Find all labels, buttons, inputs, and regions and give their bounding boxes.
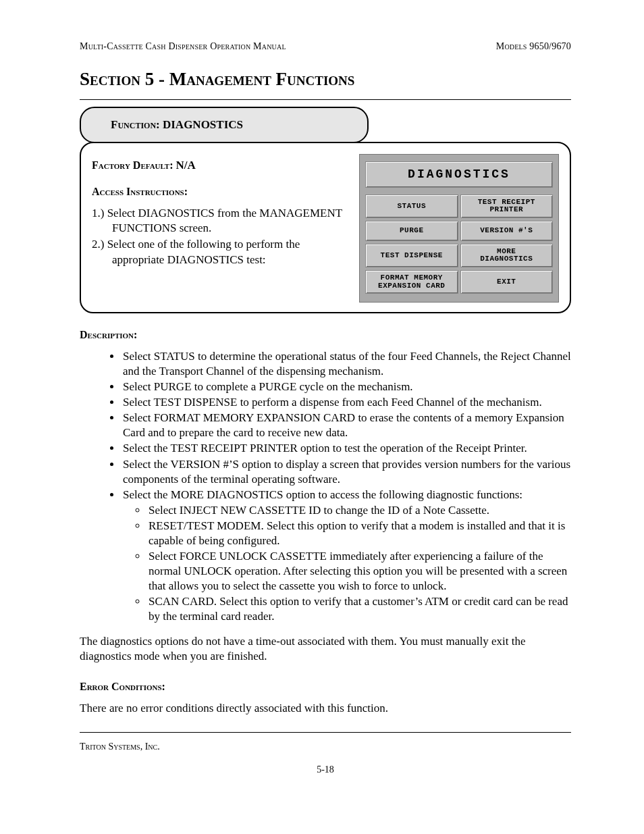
function-info: Factory Default: N/A Access Instructions… — [92, 154, 348, 303]
description-label: Description: — [80, 328, 571, 342]
description-subitem: Select FORCE UNLOCK CASSETTE immediately… — [147, 549, 571, 594]
description-subitem: SCAN CARD. Select this option to verify … — [147, 594, 571, 624]
atm-button-test-receipt[interactable]: TEST RECEIPT PRINTER — [460, 194, 554, 218]
access-step: 1.) Select DIAGNOSTICS from the MANAGEME… — [92, 206, 348, 236]
description-sublist: Select INJECT NEW CASSETTE ID to change … — [123, 503, 571, 625]
atm-button-more-diag[interactable]: MORE DIAGNOSTICS — [460, 244, 554, 267]
description-item: Select TEST DISPENSE to perform a dispen… — [122, 395, 571, 410]
description-item: Select STATUS to determine the operation… — [122, 349, 571, 379]
atm-screenshot: DIAGNOSTICS STATUS TEST RECEIPT PRINTER … — [359, 154, 559, 303]
error-conditions-text: There are no error conditions directly a… — [80, 701, 571, 716]
description-item: Select the MORE DIAGNOSTICS option to ac… — [122, 488, 571, 625]
manual-page: Multi-Cassette Cash Dispenser Operation … — [0, 0, 644, 834]
header-left: Multi-Cassette Cash Dispenser Operation … — [80, 41, 286, 53]
description-list: Select STATUS to determine the operation… — [80, 349, 571, 625]
function-name: DIAGNOSTICS — [163, 118, 243, 131]
access-step: 2.) Select one of the following to perfo… — [92, 237, 348, 267]
footer-divider — [80, 732, 571, 733]
function-block: Function: DIAGNOSTICS Factory Default: N… — [80, 107, 571, 313]
atm-button-purge[interactable]: PURGE — [365, 221, 458, 241]
description-item: Select FORMAT MEMORY EXPANSION CARD to e… — [122, 411, 571, 440]
access-steps: 1.) Select DIAGNOSTICS from the MANAGEME… — [92, 206, 348, 267]
description-subitem: RESET/TEST MODEM. Select this option to … — [147, 519, 571, 548]
atm-button-test-dispense[interactable]: TEST DISPENSE — [365, 244, 458, 267]
factory-default-label: Factory Default: — [92, 159, 176, 171]
atm-screen-title: DIAGNOSTICS — [365, 161, 553, 187]
function-label: Function: — [111, 118, 163, 131]
footer-company: Triton Systems, Inc. — [80, 741, 571, 753]
description-subitem: Select INJECT NEW CASSETTE ID to change … — [147, 503, 571, 518]
description-closing: The diagnostics options do not have a ti… — [80, 634, 571, 664]
function-tab: Function: DIAGNOSTICS — [80, 107, 369, 143]
description-item: Select the TEST RECEIPT PRINTER option t… — [122, 441, 571, 456]
description-item-text: Select the MORE DIAGNOSTICS option to ac… — [123, 488, 522, 501]
description-item: Select PURGE to complete a PURGE cycle o… — [122, 380, 571, 394]
atm-button-version[interactable]: VERSION #'S — [460, 221, 554, 241]
section-title: Section 5 - Management Functions — [80, 68, 571, 91]
running-header: Multi-Cassette Cash Dispenser Operation … — [80, 41, 571, 53]
page-number: 5-18 — [80, 764, 571, 776]
description-item: Select the VERSION #’S option to display… — [122, 457, 571, 487]
atm-button-exit[interactable]: EXIT — [460, 270, 554, 294]
access-label: Access Instructions: — [92, 185, 348, 199]
atm-button-format-memory[interactable]: FORMAT MEMORY EXPANSION CARD — [365, 270, 458, 294]
section-divider — [80, 99, 571, 100]
atm-button-status[interactable]: STATUS — [365, 194, 458, 218]
factory-default-value: N/A — [176, 159, 196, 172]
header-right: Models 9650/9670 — [496, 41, 571, 53]
error-conditions-label: Error Conditions: — [80, 680, 571, 694]
